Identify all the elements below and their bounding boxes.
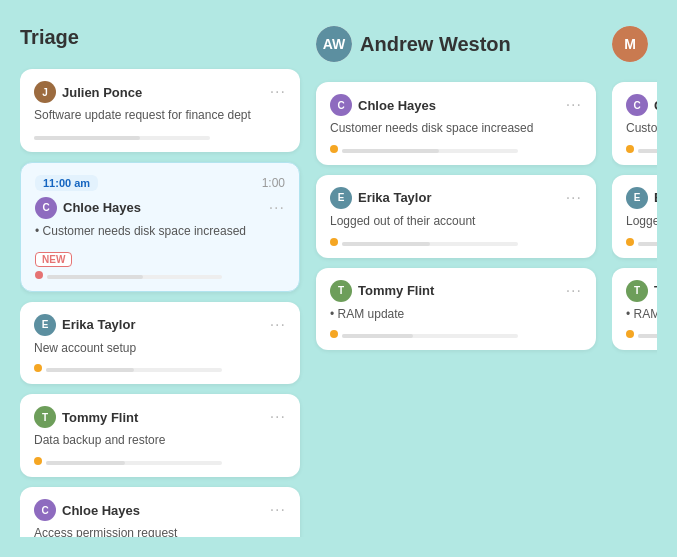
priority-dot [626,145,634,153]
user-avatar: C [626,94,648,116]
user-avatar: T [330,280,352,302]
progress-bar-container [342,242,518,246]
card-description: RAM update [330,306,582,323]
user-avatar: T [626,280,648,302]
card-footer-bar [35,271,285,279]
card[interactable]: CChlo···Customer [612,82,657,165]
column-triage: TriageJJulien Ponce···Software update re… [20,20,300,537]
card-user-row: EErika Taylor··· [330,187,582,209]
card-footer-bar [330,145,582,153]
column-header-andrew-weston: AWAndrew Weston [316,20,596,72]
card-menu-icon[interactable]: ··· [566,282,582,300]
column-andrew-weston: AWAndrew WestonCChloe Hayes···Customer n… [316,20,596,537]
card-description: Data backup and restore [34,432,286,449]
user-avatar: T [34,406,56,428]
user-avatar: C [35,197,57,219]
card-menu-icon[interactable]: ··· [566,96,582,114]
card-footer-bar [330,238,582,246]
user-name: Chloe Hayes [358,98,560,113]
card-menu-icon[interactable]: ··· [566,189,582,207]
card-description: Software update request for finance dept [34,107,286,124]
user-avatar: C [330,94,352,116]
card-footer-bar [34,457,286,465]
board: TriageJJulien Ponce···Software update re… [20,20,657,537]
user-avatar: E [330,187,352,209]
column-title: Ma [656,33,657,56]
progress-bar-container [46,461,222,465]
card-menu-icon[interactable]: ··· [270,501,286,519]
progress-bar-container [47,275,222,279]
card-menu-icon[interactable]: ··· [269,199,285,217]
card-user-row: CChlo··· [626,94,657,116]
user-name: Chloe Hayes [62,503,264,518]
card[interactable]: EErika···Logged o [612,175,657,258]
column-title: Triage [20,26,79,49]
progress-bar-container [638,242,657,246]
priority-dot [34,364,42,372]
card[interactable]: TTommy Flint···Data backup and restore [20,394,300,477]
card[interactable]: 11:00 am1:00CChloe Hayes···Customer need… [20,162,300,292]
progress-bar [342,149,439,153]
progress-bar-container [46,368,222,372]
card-user-row: TTomm··· [626,280,657,302]
card-menu-icon[interactable]: ··· [270,83,286,101]
priority-dot [35,271,43,279]
card-user-row: TTommy Flint··· [34,406,286,428]
card[interactable]: TTomm···RAM up [612,268,657,351]
user-avatar: J [34,81,56,103]
duration-badge: 1:00 [262,176,285,190]
card-time-row: 11:00 am1:00 [35,175,285,191]
card-description: Logged out of their account [330,213,582,230]
priority-dot [330,238,338,246]
card-footer-bar [34,364,286,372]
card-user-row: EErika··· [626,187,657,209]
card[interactable]: CChloe Hayes···Customer needs disk space… [316,82,596,165]
user-avatar: C [34,499,56,521]
user-name: Julien Ponce [62,85,264,100]
card-menu-icon[interactable]: ··· [270,408,286,426]
column-title: Andrew Weston [360,33,511,56]
card[interactable]: EErika Taylor···New account setup [20,302,300,385]
user-name: Chloe Hayes [63,200,263,215]
card-description: Customer needs disk space increased [330,120,582,137]
column-avatar: AW [316,26,352,62]
card-footer-bar [626,145,657,153]
card-footer-bar [626,330,657,338]
user-name: Chlo [654,98,657,113]
time-badge: 11:00 am [35,175,98,191]
progress-bar [342,334,413,338]
priority-dot [626,238,634,246]
card-footer-bar [626,238,657,246]
user-name: Tomm [654,283,657,298]
card-footer-bar [34,132,286,140]
card-description: Customer [626,120,657,137]
card-user-row: TTommy Flint··· [330,280,582,302]
progress-bar [46,461,125,465]
card-user-row: JJulien Ponce··· [34,81,286,103]
progress-bar [638,242,657,246]
card[interactable]: EErika Taylor···Logged out of their acco… [316,175,596,258]
card-description: Access permission request [34,525,286,537]
user-avatar: E [34,314,56,336]
card-description: RAM up [626,306,657,323]
progress-bar [638,334,657,338]
user-name: Erika Taylor [358,190,560,205]
progress-bar [34,136,140,140]
card[interactable]: TTommy Flint···RAM update [316,268,596,351]
priority-dot [330,145,338,153]
priority-dot [330,330,338,338]
card-user-row: CChloe Hayes··· [34,499,286,521]
priority-dot [34,457,42,465]
progress-bar [46,368,134,372]
user-name: Tommy Flint [62,410,264,425]
progress-bar-container [638,149,657,153]
card[interactable]: JJulien Ponce···Software update request … [20,69,300,152]
card-user-row: CChloe Hayes··· [35,197,285,219]
progress-bar-container [342,149,518,153]
new-tag: NEW [35,252,72,267]
card-menu-icon[interactable]: ··· [270,316,286,334]
card-description: Customer needs disk space increased [35,223,285,240]
card-user-row: EErika Taylor··· [34,314,286,336]
progress-bar [47,275,143,279]
card[interactable]: CChloe Hayes···Access permission request [20,487,300,537]
